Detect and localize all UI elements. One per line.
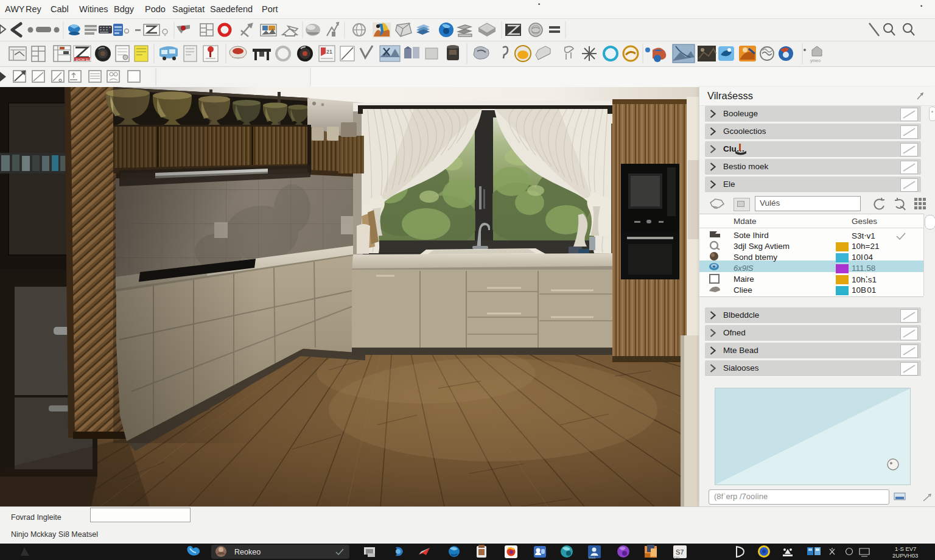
- svg-text:S7: S7: [676, 548, 684, 556]
- svg-text:SHOW ELEV: SHOW ELEV: [75, 58, 94, 61]
- svg-text:btwb: btwb: [589, 556, 596, 559]
- svg-text:1·S EV7: 1·S EV7: [895, 545, 916, 552]
- svg-text:ymeo: ymeo: [810, 58, 821, 63]
- svg-text:SAb: SAb: [674, 556, 680, 559]
- svg-text:21: 21: [326, 49, 332, 55]
- svg-text:Reokeo: Reokeo: [234, 548, 261, 556]
- svg-text:2UPVH03: 2UPVH03: [892, 552, 918, 559]
